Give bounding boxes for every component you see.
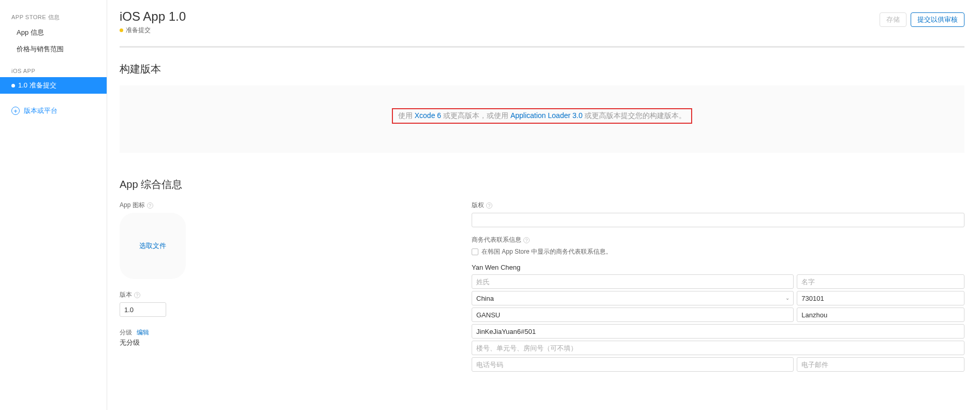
page-header: iOS App 1.0 准备提交 存储 提交以供审核 xyxy=(120,9,964,46)
rating-value: 无分级 xyxy=(120,338,451,347)
xcode-link[interactable]: Xcode 6 xyxy=(415,111,441,120)
build-instruction-box: 使用 Xcode 6 或更高版本，或使用 Application Loader … xyxy=(392,108,692,124)
first-name-input[interactable] xyxy=(797,274,964,289)
contact-name: Yan Wen Cheng xyxy=(472,263,964,271)
rating-edit-link[interactable]: 编辑 xyxy=(137,329,149,336)
build-banner: 使用 Xcode 6 或更高版本，或使用 Application Loader … xyxy=(120,85,964,153)
sidebar-item-version[interactable]: 1.0 准备提交 xyxy=(0,77,107,94)
info-right-column: 版权 ? 商务代表联系信息 ? 在韩国 App Store 中显示的商务代表联系… xyxy=(472,201,964,380)
sidebar-section-ios: iOS APP xyxy=(0,65,107,77)
help-icon[interactable]: ? xyxy=(134,292,140,298)
checkbox-icon[interactable] xyxy=(472,248,478,255)
help-icon[interactable]: ? xyxy=(486,202,492,209)
address-input[interactable] xyxy=(472,324,964,339)
section-title-info: App 综合信息 xyxy=(120,178,964,192)
app-loader-link[interactable]: Application Loader 3.0 xyxy=(510,111,582,120)
phone-input[interactable] xyxy=(472,357,794,372)
state-input[interactable] xyxy=(472,307,794,322)
choose-file-label: 选取文件 xyxy=(139,241,166,251)
submit-review-button[interactable]: 提交以供审核 xyxy=(911,12,964,27)
add-version-label: 版本或平台 xyxy=(24,106,57,115)
sidebar: APP STORE 信息 App 信息 价格与销售范围 iOS APP 1.0 … xyxy=(0,0,107,410)
build-text-suffix: 或更高版本提交您的构建版本。 xyxy=(582,111,686,120)
contact-label: 商务代表联系信息 ? xyxy=(472,236,964,244)
help-icon[interactable]: ? xyxy=(147,202,153,209)
rating-label: 分级 xyxy=(120,329,132,336)
build-text-mid: 或更高版本，或使用 xyxy=(441,111,510,120)
korea-checkbox-row[interactable]: 在韩国 App Store 中显示的商务代表联系信息。 xyxy=(472,247,964,256)
postal-input[interactable] xyxy=(797,291,964,305)
sidebar-section-appstore: APP STORE 信息 xyxy=(0,10,107,24)
city-input[interactable] xyxy=(797,307,964,322)
app-icon-label: App 图标 ? xyxy=(120,201,451,210)
sidebar-item-app-info[interactable]: App 信息 xyxy=(0,24,107,41)
save-button[interactable]: 存储 xyxy=(880,12,906,27)
info-left-column: App 图标 ? 选取文件 版本 ? 分级 编辑 无分级 xyxy=(120,201,451,380)
help-icon[interactable]: ? xyxy=(523,237,530,243)
app-icon-upload[interactable]: 选取文件 xyxy=(120,213,186,279)
status-dot-icon xyxy=(11,84,15,87)
section-title-build: 构建版本 xyxy=(120,62,964,76)
plus-circle-icon: + xyxy=(11,107,20,115)
page-status: 准备提交 xyxy=(120,26,186,35)
email-input[interactable] xyxy=(797,357,964,372)
page-status-text: 准备提交 xyxy=(126,26,151,35)
copyright-label: 版权 ? xyxy=(472,201,964,210)
divider xyxy=(120,46,964,48)
main-content: iOS App 1.0 准备提交 存储 提交以供审核 构建版本 使用 Xcode… xyxy=(107,0,980,410)
build-text-prefix: 使用 xyxy=(398,111,415,120)
add-version-button[interactable]: + 版本或平台 xyxy=(0,94,107,128)
sidebar-item-pricing[interactable]: 价格与销售范围 xyxy=(0,41,107,57)
status-dot-icon xyxy=(120,28,123,32)
korea-checkbox-label: 在韩国 App Store 中显示的商务代表联系信息。 xyxy=(481,247,612,256)
version-input[interactable] xyxy=(120,302,166,317)
address2-input[interactable] xyxy=(472,341,964,355)
sidebar-item-label: 1.0 准备提交 xyxy=(18,81,56,90)
version-label: 版本 ? xyxy=(120,290,451,299)
country-select[interactable] xyxy=(472,291,794,305)
rating-row: 分级 编辑 xyxy=(120,328,451,337)
copyright-input[interactable] xyxy=(472,213,964,227)
page-title: iOS App 1.0 xyxy=(120,9,186,24)
last-name-input[interactable] xyxy=(472,274,794,289)
